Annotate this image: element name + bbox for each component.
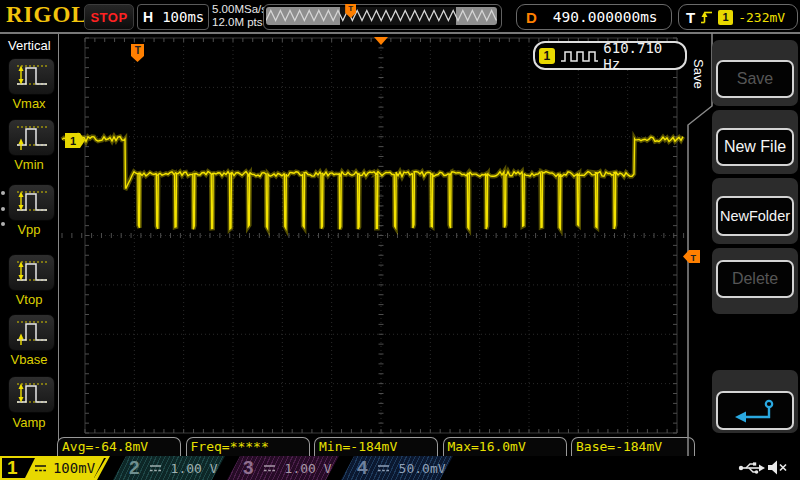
vtop-label: Vtop [0,292,58,307]
horizontal-label: H [143,9,153,25]
svg-text:T: T [135,45,141,56]
channel1-position-marker: 1 [65,133,85,148]
overview-track [266,7,497,25]
vbase-label: Vbase [0,352,58,367]
channel-2-number: 2 [129,457,140,479]
dc-coupling-icon [263,463,276,473]
speaker-muted-icon [766,459,788,476]
square-wave-icon [560,49,599,63]
channel-2-scale: 1.00 V [171,461,218,476]
left-menu-divider [58,34,59,456]
delay-window-marker [374,37,388,45]
vmax-label: Vmax [0,96,58,111]
vpp-label: Vpp [0,222,58,237]
new-file-button[interactable]: New File [716,128,794,166]
memory-depth: 12.0M pts [212,16,267,29]
channel-2[interactable]: 2 1.00 V [113,456,225,480]
return-arrow-icon [733,398,777,424]
delay-readout-box: D 490.000000ms [516,4,672,30]
vbase-button[interactable] [8,314,55,351]
dc-coupling-icon [377,463,390,473]
delete-button[interactable]: Delete [716,260,794,298]
vamp-label: Vamp [0,415,58,430]
waveform-display: T1T 1 610.710 Hz [60,33,686,456]
trigger-position-marker: T [131,44,144,62]
waveform-overview-strip: T [263,4,502,30]
svg-text:T: T [691,253,697,263]
left-measure-menu: Vertical Vmax Vmin Vpp Vtop Vbase Vamp [0,34,60,456]
vpp-button[interactable] [8,184,55,221]
acquisition-info: 5.00MSa/s 12.0M pts [212,3,267,29]
sample-rate: 5.00MSa/s [212,3,267,16]
channel-3[interactable]: 3 1.00 V [227,456,339,480]
channel-1[interactable]: 1 100mV [0,456,110,480]
horizontal-timebase-box: H 100ms [137,4,209,30]
usb-icon [738,460,766,476]
channel-1-scale-box: 100mV [25,458,104,478]
vtop-button[interactable] [8,254,55,291]
channel-1-number: 1 [7,457,18,479]
back-button[interactable] [716,391,794,430]
vmax-icon [14,61,50,93]
new-folder-button[interactable]: NewFolder [716,196,794,236]
dc-coupling-icon [149,463,162,473]
counter-source-badge: 1 [539,48,555,64]
rigol-logo: RIGOL [6,2,88,28]
svg-text:1: 1 [70,135,76,147]
trigger-level-value: -232mV [738,10,785,25]
delay-label: D [526,9,537,26]
trigger-source-badge: 1 [718,10,733,25]
display-markers: T1T [60,33,720,456]
page-dot [1,222,5,226]
run-status-badge: STOP [84,4,134,30]
rising-edge-icon [700,9,713,25]
timebase-value: 100ms [162,9,204,25]
dc-coupling-icon [34,463,47,473]
left-menu-title: Vertical [8,38,51,53]
vmin-label: Vmin [0,157,58,172]
vtop-icon [14,257,50,289]
channel-4-number: 4 [357,457,368,479]
vamp-icon [14,379,50,411]
frequency-counter: 1 610.710 Hz [533,41,687,70]
page-dot [1,191,5,195]
channel-3-scale: 1.00 V [285,461,332,476]
vamp-button[interactable] [8,376,55,413]
channel-3-number: 3 [243,457,254,479]
overview-waveform [266,8,497,24]
vpp-icon [14,187,50,219]
delay-value: 490.000000ms [553,9,658,25]
oscilloscope-screen: RIGOL STOP H 100ms 5.00MSa/s 12.0M pts T… [0,0,800,480]
channel-1-scale: 100mV [53,460,95,476]
channel-4-scale: 50.0mV [399,461,446,476]
frequency-value: 610.710 Hz [603,40,685,72]
vmax-button[interactable] [8,58,55,95]
page-dot [1,207,5,211]
vmin-button[interactable] [8,119,55,156]
trigger-label: T [686,9,695,26]
vbase-icon [14,317,50,349]
trigger-readout-box: T 1 -232mV [678,4,798,30]
vmin-icon [14,122,50,154]
save-button[interactable]: Save [716,60,794,98]
trigger-level-marker: T [683,250,700,263]
channel-4[interactable]: 4 50.0mV [341,456,453,480]
